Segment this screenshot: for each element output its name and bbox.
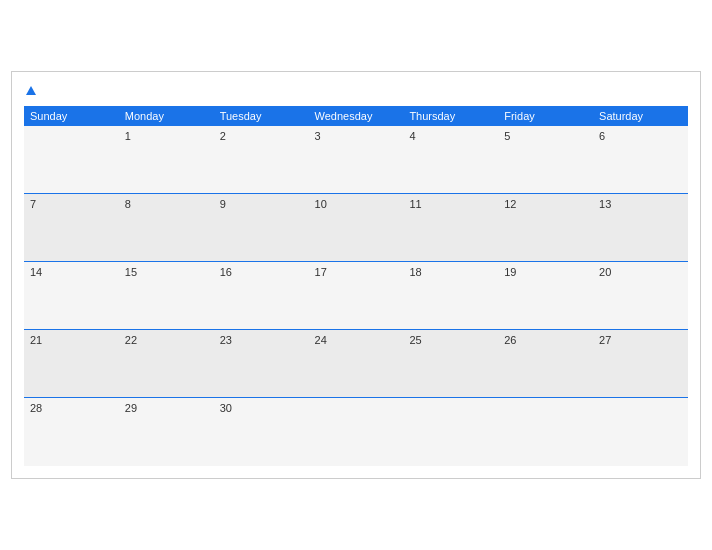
day-number: 29 (125, 402, 137, 414)
calendar-day-cell: 11 (403, 194, 498, 262)
day-number: 12 (504, 198, 516, 210)
calendar-body: 1234567891011121314151617181920212223242… (24, 126, 688, 466)
day-number: 18 (409, 266, 421, 278)
day-number: 27 (599, 334, 611, 346)
calendar-day-cell (498, 398, 593, 466)
weekday-header-cell: Monday (119, 106, 214, 126)
calendar-day-cell (593, 398, 688, 466)
calendar-day-cell: 30 (214, 398, 309, 466)
calendar-day-cell: 25 (403, 330, 498, 398)
day-number: 9 (220, 198, 226, 210)
weekday-header-row: SundayMondayTuesdayWednesdayThursdayFrid… (24, 106, 688, 126)
day-number: 7 (30, 198, 36, 210)
day-number: 20 (599, 266, 611, 278)
day-number: 30 (220, 402, 232, 414)
calendar-day-cell: 27 (593, 330, 688, 398)
calendar-day-cell: 22 (119, 330, 214, 398)
calendar-day-cell (403, 398, 498, 466)
day-number: 16 (220, 266, 232, 278)
day-number: 22 (125, 334, 137, 346)
day-number: 25 (409, 334, 421, 346)
day-number: 21 (30, 334, 42, 346)
calendar-day-cell: 13 (593, 194, 688, 262)
calendar-day-cell: 28 (24, 398, 119, 466)
weekday-header-cell: Tuesday (214, 106, 309, 126)
day-number: 10 (315, 198, 327, 210)
calendar-day-cell: 16 (214, 262, 309, 330)
day-number: 8 (125, 198, 131, 210)
calendar-day-cell: 3 (309, 126, 404, 194)
calendar-day-cell: 7 (24, 194, 119, 262)
day-number: 13 (599, 198, 611, 210)
calendar-day-cell: 10 (309, 194, 404, 262)
calendar-day-cell: 9 (214, 194, 309, 262)
calendar-day-cell: 8 (119, 194, 214, 262)
day-number: 3 (315, 130, 321, 142)
day-number: 1 (125, 130, 131, 142)
day-number: 4 (409, 130, 415, 142)
logo-general-text (24, 82, 36, 100)
calendar-day-cell: 14 (24, 262, 119, 330)
calendar-day-cell: 24 (309, 330, 404, 398)
calendar-day-cell: 20 (593, 262, 688, 330)
weekday-header-cell: Wednesday (309, 106, 404, 126)
calendar-week-row: 123456 (24, 126, 688, 194)
calendar-day-cell: 17 (309, 262, 404, 330)
calendar-container: SundayMondayTuesdayWednesdayThursdayFrid… (11, 71, 701, 479)
day-number: 26 (504, 334, 516, 346)
calendar-day-cell: 26 (498, 330, 593, 398)
logo (24, 82, 36, 100)
day-number: 5 (504, 130, 510, 142)
calendar-header (24, 82, 688, 100)
calendar-week-row: 14151617181920 (24, 262, 688, 330)
calendar-day-cell: 23 (214, 330, 309, 398)
day-number: 11 (409, 198, 421, 210)
day-number: 17 (315, 266, 327, 278)
calendar-day-cell: 6 (593, 126, 688, 194)
calendar-week-row: 21222324252627 (24, 330, 688, 398)
day-number: 14 (30, 266, 42, 278)
weekday-header-cell: Sunday (24, 106, 119, 126)
calendar-day-cell: 1 (119, 126, 214, 194)
calendar-thead: SundayMondayTuesdayWednesdayThursdayFrid… (24, 106, 688, 126)
day-number: 2 (220, 130, 226, 142)
calendar-day-cell: 2 (214, 126, 309, 194)
calendar-day-cell (24, 126, 119, 194)
weekday-header-cell: Thursday (403, 106, 498, 126)
calendar-day-cell: 18 (403, 262, 498, 330)
calendar-day-cell: 19 (498, 262, 593, 330)
day-number: 23 (220, 334, 232, 346)
calendar-week-row: 78910111213 (24, 194, 688, 262)
day-number: 6 (599, 130, 605, 142)
calendar-day-cell: 15 (119, 262, 214, 330)
weekday-header-cell: Friday (498, 106, 593, 126)
day-number: 24 (315, 334, 327, 346)
calendar-table: SundayMondayTuesdayWednesdayThursdayFrid… (24, 106, 688, 466)
logo-triangle-icon (26, 86, 36, 95)
calendar-week-row: 282930 (24, 398, 688, 466)
day-number: 19 (504, 266, 516, 278)
calendar-day-cell: 12 (498, 194, 593, 262)
day-number: 28 (30, 402, 42, 414)
calendar-day-cell: 5 (498, 126, 593, 194)
calendar-day-cell: 4 (403, 126, 498, 194)
calendar-day-cell (309, 398, 404, 466)
calendar-day-cell: 21 (24, 330, 119, 398)
calendar-day-cell: 29 (119, 398, 214, 466)
weekday-header-cell: Saturday (593, 106, 688, 126)
day-number: 15 (125, 266, 137, 278)
